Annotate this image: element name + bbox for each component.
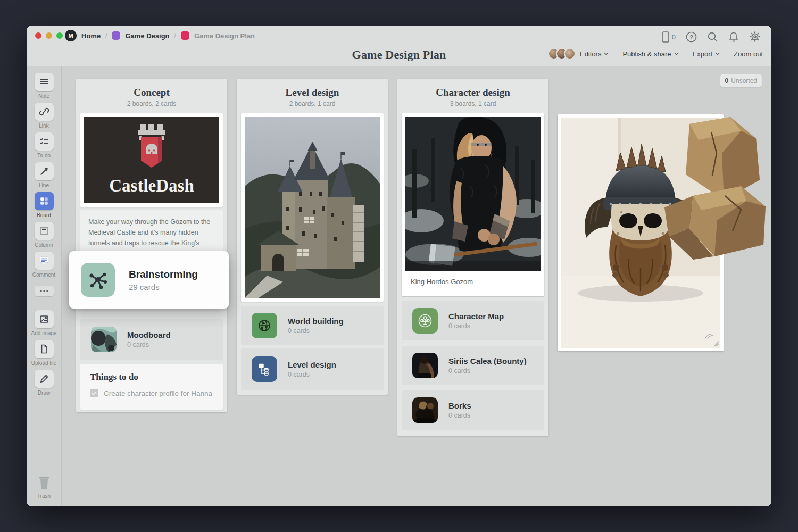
line-arrow-icon: [39, 166, 49, 177]
note-icon: [39, 77, 49, 87]
level-design-row[interactable]: Level design 0 cards: [241, 348, 384, 390]
board-row-count: 0 cards: [448, 322, 504, 330]
world-building-row[interactable]: World building 0 cards: [241, 306, 384, 345]
sidebar-tool-board[interactable]: Board: [27, 192, 61, 218]
breadcrumb-game-design[interactable]: Game Design: [125, 32, 169, 40]
comment-icon: [39, 255, 49, 266]
zoom-out-button[interactable]: Zoom out: [734, 50, 763, 58]
board-row-count: 0 cards: [448, 367, 527, 375]
column-title: Character design: [397, 87, 548, 98]
sidebar-tool-note[interactable]: Note: [27, 73, 61, 99]
upload-file-icon: [39, 344, 49, 354]
mobile-icon: [662, 31, 669, 43]
tool-label: Column: [35, 242, 53, 248]
sidebar-tool-todo[interactable]: To-do: [27, 132, 61, 159]
chevron-down-icon: [604, 52, 609, 55]
header-row-2: Game Design Plan Editors Publish & share…: [27, 44, 771, 66]
column-level-design[interactable]: Level design 2 boards, 1 card: [237, 79, 388, 395]
board-row-title: Moodboard: [127, 330, 171, 339]
sidebar-tool-column[interactable]: Column: [27, 222, 61, 248]
sidebar-tool-draw[interactable]: Draw: [27, 370, 61, 396]
zoom-out-label: Zoom out: [734, 50, 763, 58]
publish-share-menu[interactable]: Publish & share: [622, 50, 678, 58]
breadcrumb-home[interactable]: Home: [81, 32, 101, 40]
export-label: Export: [693, 50, 713, 58]
skull-photo: [561, 118, 720, 348]
gear-icon[interactable]: [749, 31, 761, 43]
sidebar-tool-comment[interactable]: Comment: [27, 252, 61, 278]
unsorted-badge[interactable]: 0 Unsorted: [720, 74, 762, 87]
sidebar-tool-line[interactable]: Line: [27, 162, 61, 188]
siriis-thumbnail: [412, 353, 438, 378]
column-subtitle: 2 boards, 1 card: [237, 100, 388, 107]
header-actions: Editors Publish & share Export Zoom out: [548, 48, 763, 60]
export-menu[interactable]: Export: [693, 50, 720, 58]
window-controls: [35, 32, 63, 39]
search-icon[interactable]: [707, 31, 718, 43]
character-map-row[interactable]: Character Map 0 cards: [402, 301, 544, 340]
tool-label: Line: [39, 182, 49, 188]
board-row-count: 0 cards: [288, 371, 336, 378]
trash-label: Trash: [37, 493, 51, 499]
borks-thumbnail: [412, 397, 438, 423]
board-row-title: Siriis Calea (Bounty): [448, 356, 527, 365]
skull-image-card[interactable]: [558, 114, 724, 351]
castledash-logo-card[interactable]: CastleDash: [80, 113, 223, 207]
milanote-logo-icon[interactable]: M: [65, 30, 77, 41]
borks-row[interactable]: Borks 0 cards: [402, 390, 544, 430]
siriis-calea-row[interactable]: Siriis Calea (Bounty) 0 cards: [402, 346, 544, 385]
moodboard-thumbnail: [91, 327, 117, 352]
character-map-icon: [412, 308, 438, 334]
resize-handle-icon[interactable]: [713, 340, 719, 347]
chevron-down-icon: [674, 52, 679, 55]
sidebar-tool-upload-file[interactable]: Upload file: [27, 340, 61, 366]
avatar: [564, 48, 576, 60]
editor-avatars: [548, 48, 576, 60]
tool-label: Board: [37, 212, 51, 218]
board-row-title: Character Map: [448, 312, 504, 321]
tool-label: Link: [39, 123, 48, 129]
board-icon-red[interactable]: [181, 31, 189, 40]
brainstorming-board-card[interactable]: Brainstorming 29 cards: [69, 251, 229, 309]
world-building-icon: [252, 313, 277, 338]
unsorted-label: Unsorted: [731, 77, 757, 85]
todo-checkbox-checked[interactable]: [90, 389, 98, 397]
board-canvas[interactable]: 0 Unsorted Concept 2 boards, 2 cards: [62, 66, 771, 506]
mobile-devices-button[interactable]: 0: [662, 31, 676, 43]
more-tools-button[interactable]: [27, 286, 61, 296]
board-row-count: 0 cards: [288, 327, 344, 335]
board-row-count: 29 cards: [129, 282, 198, 292]
column-character-design[interactable]: Character design 3 boards, 1 card: [397, 79, 548, 436]
trash-icon: [36, 474, 52, 491]
sidebar-tool-link[interactable]: Link: [27, 103, 61, 129]
column-concept[interactable]: Concept 2 boards, 2 cards: [76, 79, 227, 412]
sidebar-tool-add-image[interactable]: Add image: [27, 310, 61, 336]
bell-icon[interactable]: [728, 31, 739, 43]
viking-photo-caption: King Hordos Gozom: [405, 271, 541, 288]
breadcrumb-separator: /: [105, 32, 107, 39]
viking-photo-card[interactable]: King Hordos Gozom: [402, 113, 544, 296]
minimize-window-button[interactable]: [46, 32, 52, 39]
todo-icon: [39, 136, 49, 147]
svg-text:?: ?: [689, 34, 693, 40]
tools-sidebar: Note Link To-do Line Board Column Commen…: [27, 66, 62, 506]
close-window-button[interactable]: [35, 32, 41, 39]
board-icon-purple[interactable]: [112, 31, 120, 40]
castledash-logo-text: CastleDash: [109, 176, 194, 195]
breadcrumb-separator: /: [174, 32, 176, 39]
help-icon[interactable]: ?: [686, 31, 697, 43]
todo-card-title: Things to do: [90, 372, 213, 383]
castle-photo-card[interactable]: [241, 113, 384, 302]
editors-menu[interactable]: Editors: [548, 48, 609, 60]
todo-item-label: Create character profile for Hanna: [104, 389, 212, 397]
chevron-down-icon: [715, 52, 720, 55]
tool-label: Upload file: [31, 360, 56, 366]
column-header: Concept 2 boards, 2 cards: [76, 79, 227, 107]
zoom-window-button[interactable]: [56, 32, 63, 39]
things-to-do-card[interactable]: Things to do Create character profile fo…: [80, 364, 223, 410]
app-window: M Home / Game Design / Game Design Plan …: [27, 26, 771, 506]
castle-photo: [245, 117, 380, 298]
trash-dropzone[interactable]: Trash: [27, 474, 61, 499]
moodboard-row[interactable]: Moodboard 0 cards: [80, 319, 223, 360]
column-subtitle: 3 boards, 1 card: [397, 100, 548, 107]
